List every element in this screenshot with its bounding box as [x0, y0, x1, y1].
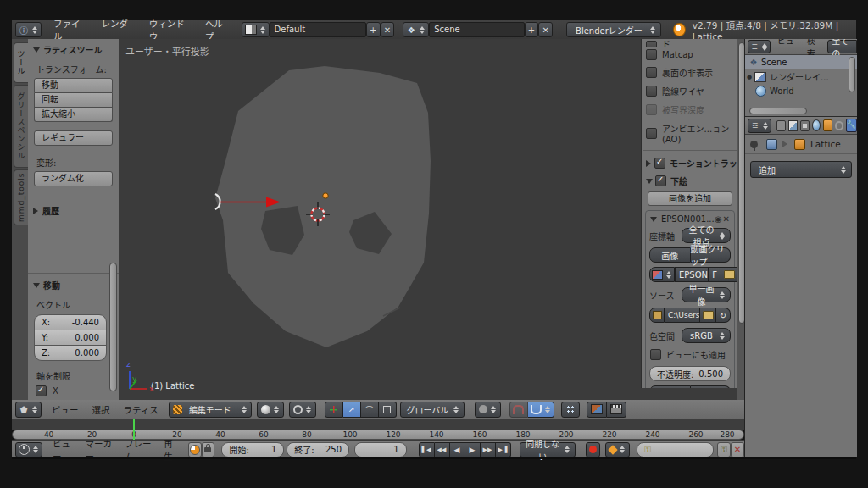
history-panel-header[interactable]: 履歴	[33, 204, 114, 217]
render-layers-tab-icon[interactable]	[788, 120, 798, 131]
sync-dropdown[interactable]: 同期しない	[520, 442, 576, 458]
vector-y-field[interactable]: Y:0.000	[34, 330, 107, 346]
prev-keyframe-button[interactable]: ◀◀	[435, 442, 450, 458]
vector-x-field[interactable]: X:-0.440	[34, 314, 107, 330]
constraints-tab-icon[interactable]	[835, 121, 843, 130]
opengl-render-anim-button[interactable]	[607, 402, 626, 418]
backface-cull-row[interactable]: 裏面の非表示	[646, 66, 734, 79]
editor-type-button[interactable]: ☲	[748, 119, 771, 133]
checkbox-background-images[interactable]	[655, 175, 666, 186]
tab-image[interactable]: 画像	[649, 247, 691, 263]
object-tab-icon[interactable]	[823, 119, 832, 131]
add-scene-button[interactable]: +	[525, 22, 539, 37]
outliner-hscrollbar[interactable]	[749, 108, 807, 114]
checkbox-matcap[interactable]	[646, 49, 657, 60]
screen-layout-browse-button[interactable]	[242, 22, 270, 37]
checkbox-motion-tracking[interactable]	[654, 158, 665, 169]
menu-view[interactable]: ビュー	[52, 403, 79, 416]
axis-x-checkbox-row[interactable]: X	[36, 385, 119, 396]
close-icon[interactable]: ✕	[722, 214, 730, 224]
randomize-button[interactable]: ランダム化	[34, 171, 113, 186]
tab-tools[interactable]: ツール	[14, 42, 28, 83]
colorspace-dropdown[interactable]: sRGB	[682, 328, 731, 343]
editor-type-button[interactable]	[15, 442, 42, 458]
add-modifier-dropdown[interactable]: 追加	[750, 161, 852, 178]
outliner-item-world[interactable]: World	[745, 84, 857, 98]
regular-button[interactable]: レギュラー	[34, 130, 113, 146]
opengl-render-image-button[interactable]	[587, 402, 607, 418]
outliner-filter-dropdown[interactable]: 全ての	[827, 40, 857, 53]
manipulator-toggle-button[interactable]	[325, 402, 343, 418]
add-image-button[interactable]: 画像を追加	[648, 191, 732, 206]
source-dropdown[interactable]: 単一画像	[682, 287, 731, 302]
end-frame-field[interactable]: 終了:250	[287, 442, 349, 458]
next-keyframe-button[interactable]: ▶▶	[481, 442, 496, 458]
checkbox-view-apply[interactable]	[650, 349, 661, 360]
move-operator-panel-header[interactable]: 移動	[33, 279, 114, 291]
snap-element-dropdown[interactable]	[528, 402, 554, 418]
tab-movie-clip[interactable]: 動画クリップ	[691, 247, 732, 263]
modifiers-tab-icon[interactable]: 🔧	[846, 119, 857, 132]
translate-manipulator-button[interactable]: ↗	[343, 402, 361, 418]
editor-type-button[interactable]: ⬟	[15, 402, 42, 418]
rotate-button[interactable]: 回転	[34, 93, 113, 108]
scene-browse-button[interactable]: ❖	[403, 22, 429, 37]
vector-z-field[interactable]: Z:0.000	[34, 346, 107, 361]
delete-scene-button[interactable]: ✕	[538, 22, 553, 37]
pin-icon[interactable]	[750, 141, 758, 148]
keying-flash-dropdown[interactable]	[605, 442, 630, 458]
editor-type-button[interactable]: ☰	[748, 40, 771, 53]
snap-target-button[interactable]	[561, 402, 580, 418]
render-tab-icon[interactable]	[776, 120, 786, 131]
toolshelf-scrollbar[interactable]	[109, 263, 117, 391]
orientation-dropdown[interactable]: グローバル	[400, 402, 465, 418]
world-tab-icon[interactable]	[812, 119, 821, 131]
outliner-item-scene[interactable]: ❖ Scene	[745, 55, 857, 69]
start-frame-field[interactable]: 開始:1	[221, 442, 284, 458]
auto-keyframe-button[interactable]	[586, 442, 601, 458]
play-button[interactable]: ▶	[465, 442, 481, 458]
editor-type-button[interactable]: ⓘ	[15, 22, 42, 37]
browse-file-button[interactable]	[700, 308, 716, 323]
axis-dropdown[interactable]: 全ての視点	[682, 228, 731, 243]
timeline-keyframe-area[interactable]	[12, 419, 744, 430]
outliner-vscrollbar[interactable]	[849, 57, 855, 92]
add-layout-button[interactable]: +	[366, 22, 381, 37]
reload-image-button[interactable]: ↻	[716, 308, 731, 323]
scene-tab-icon[interactable]	[800, 120, 810, 131]
outliner-item-render-layers[interactable]: ● レンダーレイ...	[745, 69, 857, 84]
pack-image-button[interactable]	[649, 308, 665, 323]
jump-to-start-button[interactable]: ▌◀	[419, 442, 435, 458]
tab-grease-pencil[interactable]: グリースペンシル	[14, 85, 28, 168]
open-image-button[interactable]	[721, 267, 737, 282]
proportional-edit-dropdown[interactable]	[475, 402, 501, 418]
opacity-slider[interactable]: 不透明度: 0.500	[649, 366, 731, 381]
menu-lattice[interactable]: ラティス	[124, 403, 159, 416]
hidden-wire-row[interactable]: 陰線ワイヤ	[646, 85, 734, 97]
lock-range-button[interactable]	[202, 442, 215, 458]
checkbox-ao[interactable]	[646, 128, 657, 139]
view-apply-row[interactable]: ビューにも適用	[650, 348, 730, 361]
screen-layout-name-field[interactable]: Default	[270, 22, 366, 37]
current-frame-field[interactable]: 1	[354, 442, 406, 458]
timeline-ruler-scrollbar[interactable]: -40 -20 0 20 40 60 80 100 120 140 160 18…	[12, 430, 744, 440]
checkbox-hidden-wire[interactable]	[646, 86, 657, 97]
delete-layout-button[interactable]: ✕	[381, 22, 395, 37]
tab-mmd-tools[interactable]: mmd_tools	[14, 169, 28, 225]
play-reverse-button[interactable]: ◀	[450, 442, 465, 458]
texture-solid-row-clipped[interactable]: テクスチャソリッド	[646, 39, 734, 47]
ao-row[interactable]: アンビエン...ョン(AO)	[646, 122, 734, 144]
scale-manipulator-button[interactable]	[379, 402, 397, 418]
jump-to-end-button[interactable]: ▶▐	[496, 442, 511, 458]
menu-select[interactable]: 選択	[92, 403, 110, 416]
checkbox-backface[interactable]	[646, 67, 657, 78]
lattice-tools-panel-header[interactable]: ラティスツール	[33, 43, 114, 56]
checkbox-texture-solid[interactable]	[646, 41, 657, 47]
scale-button[interactable]: 拡大縮小	[34, 108, 113, 122]
move-button[interactable]: 移動	[34, 78, 113, 93]
keying-set-field[interactable]: ⚿	[637, 442, 714, 458]
shading-dropdown[interactable]	[257, 402, 284, 418]
render-engine-dropdown[interactable]: Blenderレンダー	[566, 22, 661, 37]
rotate-manipulator-button[interactable]: ⌒	[361, 402, 379, 418]
background-images-panel-header[interactable]: 下絵	[646, 175, 734, 187]
